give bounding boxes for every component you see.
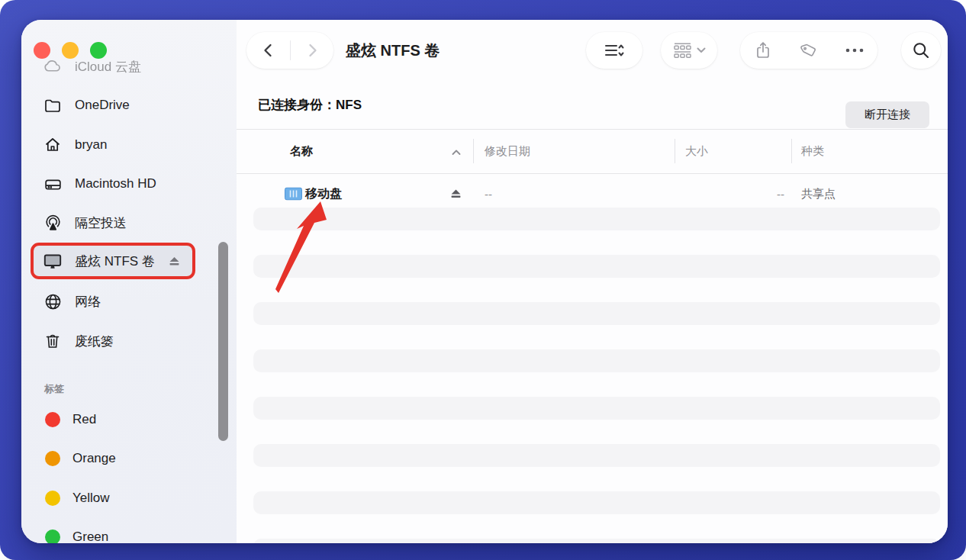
sidebar-item-network[interactable]: 网络 xyxy=(34,286,194,317)
finder-window: iCloud 云盘 OneDrive bryan xyxy=(21,20,948,543)
share-button[interactable] xyxy=(740,41,786,60)
file-name: 移动盘 xyxy=(305,186,342,202)
sidebar-item-label: Macintosh HD xyxy=(75,176,156,191)
red-tag-icon xyxy=(45,412,60,427)
sidebar-tag-orange[interactable]: Orange xyxy=(34,443,194,474)
eject-icon[interactable] xyxy=(450,188,462,200)
empty-row-stripe xyxy=(253,539,940,543)
group-view-icon xyxy=(673,42,692,59)
more-icon xyxy=(845,47,865,53)
window-title: 盛炫 NTFS 卷 xyxy=(346,40,440,61)
group-view-button[interactable] xyxy=(661,32,717,69)
sidebar: iCloud 云盘 OneDrive bryan xyxy=(21,20,237,543)
actions-pill xyxy=(740,32,877,69)
connected-identity-label: 已连接身份：NFS xyxy=(258,96,362,114)
tag-icon xyxy=(800,41,818,60)
back-button[interactable] xyxy=(247,32,290,69)
column-divider[interactable] xyxy=(791,139,792,163)
yellow-tag-icon xyxy=(45,491,60,506)
forward-icon xyxy=(304,42,320,59)
trash-icon xyxy=(43,331,63,351)
list-view-icon xyxy=(604,42,624,59)
green-tag-icon xyxy=(45,529,60,543)
sidebar-item-trash[interactable]: 废纸篓 xyxy=(34,326,194,356)
screenshot-canvas: iCloud 云盘 OneDrive bryan xyxy=(0,0,966,560)
file-size: -- xyxy=(731,188,784,201)
tag-label: Orange xyxy=(72,451,116,466)
sort-ascending-icon xyxy=(452,145,461,158)
empty-row-stripe xyxy=(253,397,940,420)
sidebar-item-label: 网络 xyxy=(75,293,101,311)
tag-label: Red xyxy=(72,412,96,427)
folder-icon xyxy=(43,95,63,115)
main-content: 盛炫 NTFS 卷 xyxy=(237,20,948,543)
empty-row-stripe xyxy=(253,208,940,230)
empty-row-stripe xyxy=(253,444,940,467)
column-header-kind[interactable]: 种类 xyxy=(801,144,824,159)
column-divider[interactable] xyxy=(675,139,675,163)
table-row[interactable]: 移动盘 -- -- 共享点 xyxy=(253,182,940,206)
column-header-date[interactable]: 修改日期 xyxy=(485,144,530,159)
sidebar-item-macintosh-hd[interactable]: Macintosh HD xyxy=(34,169,194,199)
connection-status-bar: 已连接身份：NFS 断开连接 xyxy=(237,80,948,129)
globe-icon xyxy=(43,291,63,311)
tag-label: Yellow xyxy=(72,491,110,506)
shared-drive-icon xyxy=(285,188,302,201)
share-icon xyxy=(755,41,771,60)
sidebar-item-icloud[interactable]: iCloud 云盘 xyxy=(34,51,194,82)
sidebar-item-airdrop[interactable]: 隔空投送 xyxy=(34,208,194,238)
tag-label: Green xyxy=(72,529,108,543)
sidebar-tag-green[interactable]: Green xyxy=(34,522,194,543)
search-icon xyxy=(912,41,930,60)
forward-button[interactable] xyxy=(291,32,333,69)
sidebar-scrollbar[interactable] xyxy=(218,242,228,441)
disconnect-button[interactable]: 断开连接 xyxy=(845,101,929,128)
sidebar-item-home[interactable]: bryan xyxy=(34,130,194,160)
sidebar-tag-red[interactable]: Red xyxy=(34,404,194,435)
more-button[interactable] xyxy=(832,47,877,53)
empty-row-stripe xyxy=(253,302,940,325)
airdrop-icon xyxy=(43,213,63,233)
sidebar-item-label: 隔空投送 xyxy=(75,214,127,232)
sidebar-item-label: OneDrive xyxy=(75,98,130,113)
empty-row-stripe xyxy=(253,255,940,278)
search-button[interactable] xyxy=(901,32,941,69)
sidebar-item-label: bryan xyxy=(75,137,108,153)
empty-row-stripe xyxy=(253,491,940,514)
cloud-icon xyxy=(43,56,63,76)
column-divider[interactable] xyxy=(473,139,474,163)
empty-row-stripe xyxy=(253,349,940,372)
table-header: 名称 修改日期 大小 种类 xyxy=(237,129,948,173)
sidebar-item-label: iCloud 云盘 xyxy=(75,58,141,76)
home-icon xyxy=(43,135,63,155)
internal-drive-icon xyxy=(43,174,63,194)
back-icon xyxy=(260,42,277,59)
tags-section-label: 标签 xyxy=(44,382,64,396)
sidebar-item-label: 废纸篓 xyxy=(75,333,114,350)
file-kind: 共享点 xyxy=(801,187,836,201)
sidebar-tag-yellow[interactable]: Yellow xyxy=(34,483,194,513)
annotation-highlight-box xyxy=(31,243,195,279)
file-date: -- xyxy=(485,188,492,201)
sidebar-item-onedrive[interactable]: OneDrive xyxy=(34,90,194,121)
orange-tag-icon xyxy=(45,451,60,466)
column-header-size[interactable]: 大小 xyxy=(685,144,708,159)
tag-button[interactable] xyxy=(786,41,832,60)
navigation-pill xyxy=(246,32,333,69)
chevron-down-icon xyxy=(697,47,706,53)
list-view-button[interactable] xyxy=(586,32,642,69)
column-header-name[interactable]: 名称 xyxy=(290,144,313,159)
file-list: 移动盘 -- -- 共享点 xyxy=(237,174,948,543)
